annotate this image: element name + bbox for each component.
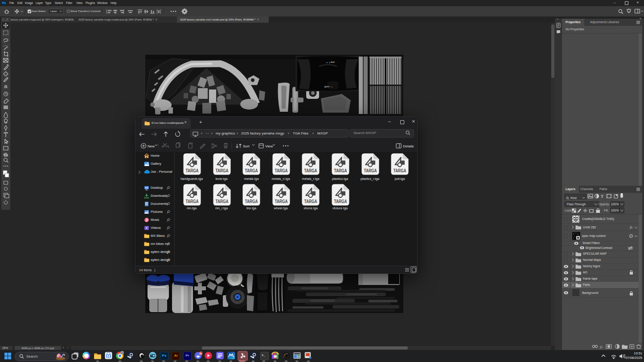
svg-text:9+: 9+ bbox=[200, 352, 202, 355]
svg-text:fx: fx bbox=[600, 345, 603, 349]
svg-text:᠆᠆ᴹˣᴰ: ᠆᠆ᴹˣᴰ bbox=[325, 61, 335, 64]
svg-text:New: New bbox=[148, 144, 155, 148]
svg-text:View: View bbox=[265, 144, 273, 148]
svg-text:Sort: Sort bbox=[243, 144, 250, 148]
svg-text:«: « bbox=[557, 19, 558, 20]
svg-text:✕: ✕ bbox=[6, 18, 8, 20]
svg-text:DYᴹ᠆᠆: DYᴹ᠆᠆ bbox=[324, 85, 333, 88]
svg-text:T: T bbox=[601, 194, 603, 199]
svg-text:Details: Details bbox=[403, 144, 414, 148]
svg-text:»: » bbox=[2, 18, 4, 20]
svg-text:Kind: Kind bbox=[570, 196, 577, 199]
